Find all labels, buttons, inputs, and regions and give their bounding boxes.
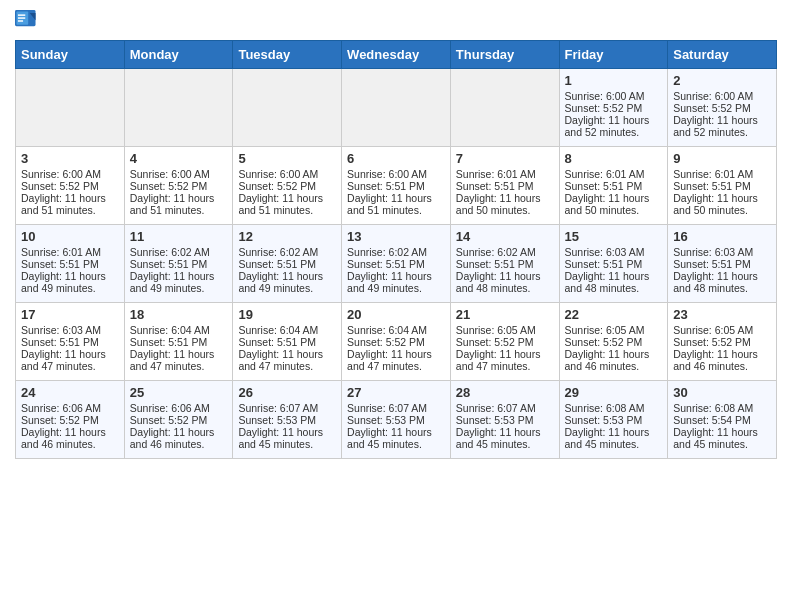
- cell-info: and 49 minutes.: [21, 282, 119, 294]
- day-number: 1: [565, 73, 663, 88]
- day-number: 29: [565, 385, 663, 400]
- cell-info: Sunrise: 6:00 AM: [238, 168, 336, 180]
- cell-info: and 47 minutes.: [238, 360, 336, 372]
- day-number: 14: [456, 229, 554, 244]
- cell-info: Sunset: 5:52 PM: [456, 336, 554, 348]
- cell-info: Sunrise: 6:04 AM: [238, 324, 336, 336]
- calendar-cell: [450, 69, 559, 147]
- cell-info: Daylight: 11 hours: [673, 192, 771, 204]
- cell-info: and 45 minutes.: [238, 438, 336, 450]
- calendar-cell: 30Sunrise: 6:08 AMSunset: 5:54 PMDayligh…: [668, 381, 777, 459]
- calendar-cell: 7Sunrise: 6:01 AMSunset: 5:51 PMDaylight…: [450, 147, 559, 225]
- cell-info: Sunrise: 6:04 AM: [347, 324, 445, 336]
- calendar-cell: 25Sunrise: 6:06 AMSunset: 5:52 PMDayligh…: [124, 381, 233, 459]
- calendar-cell: 20Sunrise: 6:04 AMSunset: 5:52 PMDayligh…: [342, 303, 451, 381]
- calendar-cell: 16Sunrise: 6:03 AMSunset: 5:51 PMDayligh…: [668, 225, 777, 303]
- cell-info: Sunset: 5:51 PM: [130, 336, 228, 348]
- day-number: 7: [456, 151, 554, 166]
- cell-info: Sunset: 5:51 PM: [456, 180, 554, 192]
- calendar-cell: 1Sunrise: 6:00 AMSunset: 5:52 PMDaylight…: [559, 69, 668, 147]
- day-number: 16: [673, 229, 771, 244]
- svg-rect-4: [18, 17, 25, 18]
- calendar-page: SundayMondayTuesdayWednesdayThursdayFrid…: [0, 0, 792, 612]
- cell-info: and 50 minutes.: [673, 204, 771, 216]
- calendar-cell: [233, 69, 342, 147]
- cell-info: Daylight: 11 hours: [21, 192, 119, 204]
- day-number: 17: [21, 307, 119, 322]
- cell-info: and 49 minutes.: [238, 282, 336, 294]
- week-row-3: 10Sunrise: 6:01 AMSunset: 5:51 PMDayligh…: [16, 225, 777, 303]
- calendar-cell: [16, 69, 125, 147]
- cell-info: Daylight: 11 hours: [673, 426, 771, 438]
- cell-info: Daylight: 11 hours: [21, 348, 119, 360]
- calendar-cell: 17Sunrise: 6:03 AMSunset: 5:51 PMDayligh…: [16, 303, 125, 381]
- calendar-cell: 24Sunrise: 6:06 AMSunset: 5:52 PMDayligh…: [16, 381, 125, 459]
- calendar-cell: 28Sunrise: 6:07 AMSunset: 5:53 PMDayligh…: [450, 381, 559, 459]
- cell-info: Sunset: 5:51 PM: [21, 258, 119, 270]
- cell-info: Sunset: 5:53 PM: [238, 414, 336, 426]
- logo-text: [15, 10, 41, 32]
- cell-info: Daylight: 11 hours: [565, 348, 663, 360]
- day-number: 12: [238, 229, 336, 244]
- cell-info: Sunset: 5:53 PM: [565, 414, 663, 426]
- cell-info: Sunset: 5:52 PM: [130, 414, 228, 426]
- cell-info: Sunset: 5:51 PM: [673, 180, 771, 192]
- calendar-cell: 5Sunrise: 6:00 AMSunset: 5:52 PMDaylight…: [233, 147, 342, 225]
- cell-info: Sunset: 5:51 PM: [565, 258, 663, 270]
- cell-info: Daylight: 11 hours: [456, 348, 554, 360]
- day-number: 30: [673, 385, 771, 400]
- cell-info: Daylight: 11 hours: [673, 348, 771, 360]
- cell-info: Daylight: 11 hours: [238, 348, 336, 360]
- cell-info: and 48 minutes.: [456, 282, 554, 294]
- cell-info: Sunrise: 6:03 AM: [565, 246, 663, 258]
- cell-info: Sunrise: 6:04 AM: [130, 324, 228, 336]
- calendar-cell: 4Sunrise: 6:00 AMSunset: 5:52 PMDaylight…: [124, 147, 233, 225]
- calendar-cell: 8Sunrise: 6:01 AMSunset: 5:51 PMDaylight…: [559, 147, 668, 225]
- cell-info: Sunrise: 6:07 AM: [347, 402, 445, 414]
- calendar-cell: 3Sunrise: 6:00 AMSunset: 5:52 PMDaylight…: [16, 147, 125, 225]
- day-number: 10: [21, 229, 119, 244]
- cell-info: Sunset: 5:51 PM: [347, 258, 445, 270]
- cell-info: Daylight: 11 hours: [565, 114, 663, 126]
- day-number: 24: [21, 385, 119, 400]
- cell-info: and 46 minutes.: [21, 438, 119, 450]
- day-number: 22: [565, 307, 663, 322]
- day-number: 19: [238, 307, 336, 322]
- cell-info: Sunrise: 6:06 AM: [130, 402, 228, 414]
- calendar-table: SundayMondayTuesdayWednesdayThursdayFrid…: [15, 40, 777, 459]
- cell-info: Sunrise: 6:03 AM: [21, 324, 119, 336]
- day-number: 9: [673, 151, 771, 166]
- day-header-wednesday: Wednesday: [342, 41, 451, 69]
- cell-info: Sunset: 5:52 PM: [565, 336, 663, 348]
- cell-info: Sunset: 5:52 PM: [130, 180, 228, 192]
- cell-info: Sunrise: 6:01 AM: [565, 168, 663, 180]
- cell-info: Daylight: 11 hours: [456, 270, 554, 282]
- cell-info: Sunset: 5:51 PM: [130, 258, 228, 270]
- cell-info: Daylight: 11 hours: [130, 270, 228, 282]
- cell-info: Sunset: 5:53 PM: [456, 414, 554, 426]
- day-number: 25: [130, 385, 228, 400]
- cell-info: Daylight: 11 hours: [130, 348, 228, 360]
- cell-info: Daylight: 11 hours: [673, 270, 771, 282]
- calendar-cell: 2Sunrise: 6:00 AMSunset: 5:52 PMDaylight…: [668, 69, 777, 147]
- cell-info: and 47 minutes.: [130, 360, 228, 372]
- cell-info: Sunrise: 6:01 AM: [21, 246, 119, 258]
- day-header-thursday: Thursday: [450, 41, 559, 69]
- cell-info: Sunset: 5:53 PM: [347, 414, 445, 426]
- header-row: SundayMondayTuesdayWednesdayThursdayFrid…: [16, 41, 777, 69]
- cell-info: Daylight: 11 hours: [347, 348, 445, 360]
- cell-info: Sunrise: 6:00 AM: [130, 168, 228, 180]
- cell-info: and 50 minutes.: [565, 204, 663, 216]
- cell-info: Sunset: 5:51 PM: [238, 336, 336, 348]
- cell-info: Daylight: 11 hours: [565, 192, 663, 204]
- cell-info: Daylight: 11 hours: [238, 270, 336, 282]
- cell-info: and 49 minutes.: [347, 282, 445, 294]
- day-header-sunday: Sunday: [16, 41, 125, 69]
- calendar-cell: 12Sunrise: 6:02 AMSunset: 5:51 PMDayligh…: [233, 225, 342, 303]
- cell-info: Sunset: 5:52 PM: [21, 414, 119, 426]
- cell-info: Sunrise: 6:07 AM: [456, 402, 554, 414]
- cell-info: Daylight: 11 hours: [456, 192, 554, 204]
- week-row-4: 17Sunrise: 6:03 AMSunset: 5:51 PMDayligh…: [16, 303, 777, 381]
- cell-info: Sunrise: 6:02 AM: [238, 246, 336, 258]
- svg-rect-3: [18, 14, 25, 15]
